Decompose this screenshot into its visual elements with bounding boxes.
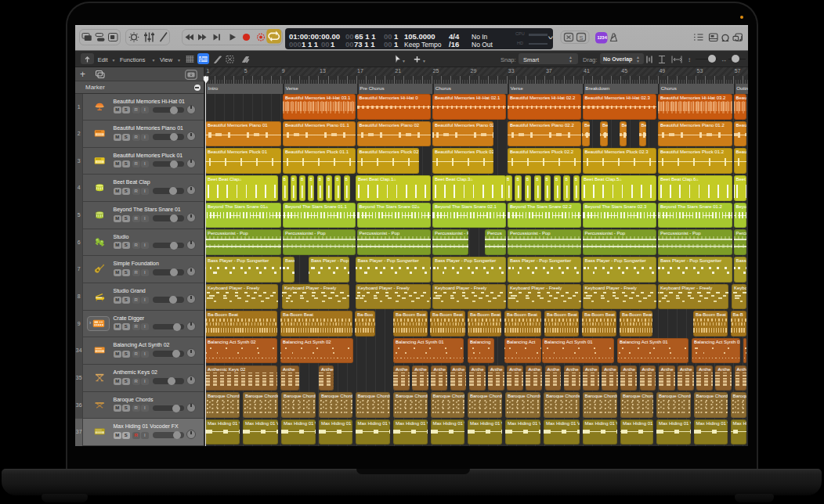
svg-text:1234: 1234 (598, 35, 608, 40)
svg-text:▼: ▼ (422, 58, 426, 63)
svg-text:S: S (580, 34, 584, 41)
svg-text:▼: ▼ (402, 58, 406, 63)
